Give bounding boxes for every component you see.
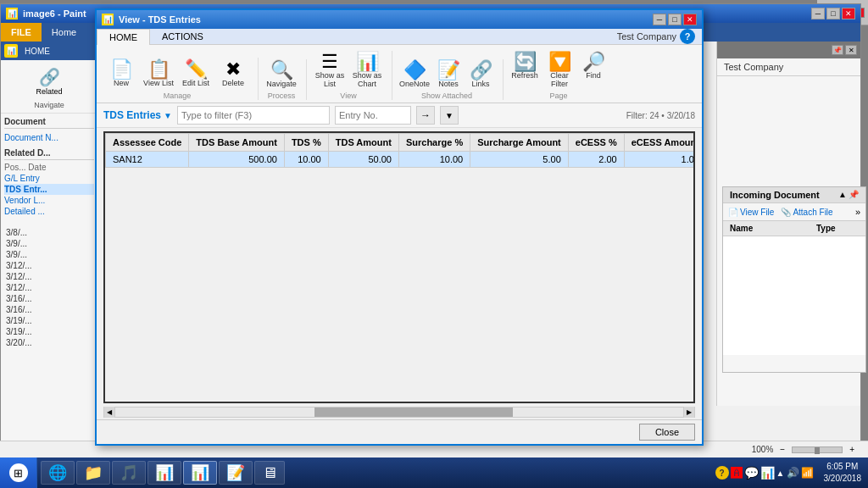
incoming-collapse-btn[interactable]: ▲ <box>838 190 847 200</box>
incoming-doc-header: Incoming Document ▲ 📌 <box>723 187 865 203</box>
close-window-btn[interactable]: Close <box>639 424 695 441</box>
show-as-list-btn[interactable]: ☰ Show as List <box>312 51 348 90</box>
tray-nav-icon[interactable]: 📊 <box>760 466 775 480</box>
entry-no-input[interactable] <box>335 106 411 125</box>
detailed-link[interactable]: Detailed ... <box>4 206 94 217</box>
filter-input[interactable] <box>177 106 330 125</box>
date-3-16-1[interactable]: 3/16/... <box>4 293 94 304</box>
table-row[interactable]: SAN12 500.00 10.00 50.00 10.00 5.00 2.00… <box>106 152 696 168</box>
h-scroll-right-btn[interactable]: ▶ <box>683 407 694 418</box>
zoom-in-btn[interactable]: + <box>849 445 854 454</box>
date-3-12-3[interactable]: 3/12/... <box>4 282 94 293</box>
bg-maximize-btn[interactable]: □ <box>826 8 840 19</box>
date-3-20[interactable]: 3/20/... <box>4 337 94 348</box>
filter-expand-btn[interactable]: ▼ <box>440 106 459 125</box>
taskbar-items: 🌐 📁 🎵 📊 📊 📝 🖥 <box>37 458 712 488</box>
home-ribbon-tab[interactable]: HOME <box>97 29 150 45</box>
tds-close-btn[interactable]: ✕ <box>683 14 697 25</box>
date-3-12-2[interactable]: 3/12/... <box>4 271 94 282</box>
edit-list-btn[interactable]: ✏️ Edit List <box>178 58 214 90</box>
right-panel-pin-btn[interactable]: 📌 <box>832 45 843 55</box>
file-tab[interactable]: FILE <box>1 23 42 42</box>
tray-network[interactable]: 📶 <box>801 467 814 479</box>
col-tds-pct: TDS % <box>284 134 328 152</box>
right-panel-close-btn[interactable]: ✕ <box>845 45 857 55</box>
col-tds-amount: TDS Amount <box>328 134 398 152</box>
entries-table: Assessee Code TDS Base Amount TDS % TDS … <box>105 133 695 168</box>
attach-file-btn[interactable]: 📎 Attach File <box>781 208 832 217</box>
filter-arrow-btn[interactable]: → <box>416 106 435 125</box>
date-3-19-1[interactable]: 3/19/... <box>4 315 94 326</box>
date-3-16-2[interactable]: 3/16/... <box>4 304 94 315</box>
actions-ribbon-tab[interactable]: ACTIONS <box>150 29 215 44</box>
tray-adobe[interactable]: 🅰 <box>731 466 743 480</box>
tds-maximize-btn[interactable]: □ <box>668 14 682 25</box>
ribbon-view-group: ☰ Show as List 📊 Show as Chart View <box>312 51 392 100</box>
tds-minimize-btn[interactable]: ─ <box>653 14 666 25</box>
tray-skype[interactable]: 💬 <box>744 466 759 480</box>
cell-assessee: SAN12 <box>106 152 189 168</box>
home-nav-tab[interactable]: HOME <box>18 47 57 56</box>
new-btn[interactable]: 📄 New <box>103 58 139 90</box>
clear-filter-btn[interactable]: 🔽 Clear Filter <box>542 51 576 90</box>
cell-tds-amount: 50.00 <box>328 152 398 168</box>
taskbar-nav2[interactable]: 📊 <box>183 461 217 485</box>
find-btn[interactable]: 🔎 Find <box>578 51 609 90</box>
h-scroll-track[interactable] <box>115 408 683 417</box>
bg-close-btn[interactable]: ✕ <box>842 8 855 19</box>
taskbar-other[interactable]: 🖥 <box>254 461 285 485</box>
links-btn[interactable]: 🔗 Links <box>465 59 496 90</box>
date-3-9-2[interactable]: 3/9/... <box>4 249 94 260</box>
taskbar-word[interactable]: 📝 <box>219 461 253 485</box>
entries-title[interactable]: TDS Entries ▼ <box>103 109 172 121</box>
zoom-label: 100% <box>752 445 774 454</box>
col-name: Name <box>730 224 816 233</box>
incoming-pin-btn[interactable]: 📌 <box>849 190 859 200</box>
cell-surcharge-pct: 10.00 <box>398 152 470 168</box>
tray-sound[interactable]: 🔊 <box>787 467 799 479</box>
tds-entry-link[interactable]: TDS Entr... <box>4 184 94 195</box>
col-tds-base: TDS Base Amount <box>189 134 285 152</box>
refresh-btn[interactable]: 🔄 Refresh <box>509 51 541 90</box>
view-list-btn[interactable]: 📋 View List <box>141 58 176 90</box>
tray-arrow[interactable]: ▲ <box>776 469 785 478</box>
onenote-btn[interactable]: 🔷 OneNote <box>398 59 431 90</box>
start-button[interactable]: ⊞ <box>0 458 37 488</box>
taskbar-ie[interactable]: 🌐 <box>41 461 75 485</box>
taskbar-media[interactable]: 🎵 <box>112 461 146 485</box>
h-scroll-thumb[interactable] <box>314 408 514 417</box>
gl-entry-link[interactable]: G/L Entry <box>4 173 94 184</box>
view-file-btn[interactable]: 📄 View File <box>728 208 774 217</box>
navigate-btn[interactable]: Navigate <box>4 101 94 109</box>
delete-btn[interactable]: ✖ Delete <box>215 58 251 90</box>
date-3-19-2[interactable]: 3/19/... <box>4 326 94 337</box>
zoom-bar[interactable] <box>792 446 843 453</box>
h-scrollbar[interactable]: ◀ ▶ <box>103 407 695 418</box>
system-tray: ? 🅰 💬 📊 ▲ 🔊 📶 <box>712 466 817 480</box>
document-no[interactable]: Document N... <box>4 132 94 143</box>
navigate-btn-ribbon[interactable]: 🔍 Navigate <box>264 59 299 90</box>
show-related-btn[interactable]: 🔗 Related <box>4 64 94 99</box>
vendor-ledger-link[interactable]: Vendor L... <box>4 195 94 206</box>
h-scroll-left-btn[interactable]: ◀ <box>104 407 115 418</box>
date-3-9-1[interactable]: 3/9/... <box>4 238 94 249</box>
bg-window-title: image6 - Paint <box>23 8 86 19</box>
date-3-8[interactable]: 3/8/... <box>4 227 94 238</box>
bg-minimize-btn[interactable]: ─ <box>811 8 825 19</box>
tds-window-title: View - TDS Entries <box>119 14 201 25</box>
taskbar-explorer[interactable]: 📁 <box>76 461 110 485</box>
taskbar-nav1[interactable]: 📊 <box>147 461 181 485</box>
taskbar-clock[interactable]: 6:05 PM 3/20/2018 <box>817 461 869 485</box>
col-ecess-pct: eCESS % <box>568 134 624 152</box>
show-attached-label: Show Attached <box>421 92 472 100</box>
date-3-12-1[interactable]: 3/12/... <box>4 260 94 271</box>
help-button[interactable]: ? <box>680 29 695 44</box>
home-tab-bg[interactable]: Home <box>42 23 86 42</box>
zoom-out-btn[interactable]: − <box>780 445 785 454</box>
show-as-chart-btn[interactable]: 📊 Show as Chart <box>349 51 385 90</box>
incoming-expand-btn[interactable]: » <box>855 207 860 217</box>
posting-date[interactable]: Pos... Date <box>4 162 94 173</box>
col-surcharge-amount: Surcharge Amount <box>470 134 569 152</box>
notes-btn[interactable]: 📝 Notes <box>433 59 464 90</box>
tray-help[interactable]: ? <box>715 466 729 480</box>
